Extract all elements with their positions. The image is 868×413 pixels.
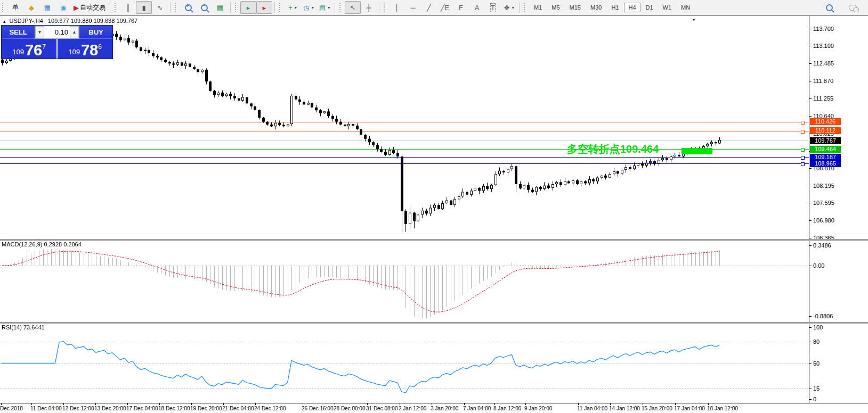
text-button-glyph: A	[475, 4, 480, 12]
buy-price-display[interactable]: 109 78 6	[58, 39, 112, 59]
templates-button[interactable]: ▤▾	[317, 1, 332, 14]
autotrading-button-label: 自动交易	[80, 3, 106, 12]
date-label: 24 Dec 12:00	[254, 406, 286, 411]
date-label: 31 Dec 08:00	[366, 406, 398, 411]
signals-icon[interactable]: ◉	[55, 1, 71, 14]
indicators-button-dropdown-arrow[interactable]: ▾	[295, 5, 297, 10]
chart-ohlc-values: 109.677 109.880 109.638 109.767	[48, 18, 137, 24]
collapse-panel-arrow-icon[interactable]: ▴	[3, 19, 6, 24]
periods-button[interactable]: ◷▾	[301, 1, 317, 14]
timeframe-button-m30[interactable]: M30	[586, 3, 606, 12]
timeframe-button-d1[interactable]: D1	[642, 3, 658, 12]
templates-button-glyph: ▤	[319, 4, 326, 12]
buy-button[interactable]: BUY	[79, 26, 112, 39]
timeframe-button-m5[interactable]: M5	[547, 3, 564, 12]
horizontal-line-button[interactable]: ─	[405, 1, 421, 14]
date-label: 15 Jan 20:00	[642, 406, 672, 411]
chart-window[interactable]: ▴ USDJPY-,H4 109.677 109.880 109.638 109…	[0, 15, 868, 413]
sell-price-prefix: 109	[12, 48, 24, 56]
rsi-tick-15: 15	[813, 385, 820, 392]
chart-dropdown-arrow-icon[interactable]: ▾	[693, 17, 695, 22]
one-click-trading-panel: SELL ▼ ▲ BUY 109 76 7 109 78 6	[1, 25, 113, 59]
timeframe-button-h1[interactable]: H1	[607, 3, 623, 12]
auto-scroll-button[interactable]: ▸	[240, 1, 256, 14]
market-watch-icon-glyph: ▦	[44, 4, 51, 12]
time-axis[interactable]: Dec 201811 Dec 04:0012 Dec 12:0013 Dec 2…	[0, 403, 868, 413]
zoom-in-button[interactable]: +	[180, 1, 196, 14]
timeframe-button-m1[interactable]: M1	[530, 3, 546, 12]
macd-rsi-separator[interactable]	[0, 322, 868, 324]
trendline-button-glyph: ╱	[427, 4, 431, 12]
chart-shift-button[interactable]: ▸	[256, 1, 272, 14]
zoom-out-button[interactable]: –	[196, 1, 212, 14]
price-axis[interactable]: 113.700113.100112.485111.870111.255110.6…	[809, 16, 868, 403]
pivot-annotation-text[interactable]: 多空转折点109.464	[567, 142, 659, 156]
volume-stepper: ▼ ▲	[35, 26, 79, 39]
date-label: 17 Dec 04:00	[126, 406, 158, 411]
rsi-indicator-label: RSI(14) 73.6441	[2, 324, 45, 331]
chat-icon[interactable]	[845, 1, 861, 14]
price-tick-113.100: 113.100	[813, 43, 834, 49]
line-chart-button[interactable]: ∿	[152, 1, 168, 14]
arrows-button[interactable]: ❖▾	[501, 1, 517, 14]
price-chart-canvas[interactable]	[0, 1, 809, 413]
sell-price-big: 76	[25, 43, 42, 57]
profile-icon[interactable]: ◆	[23, 1, 39, 14]
horizontal-line-button-glyph: ─	[410, 4, 415, 12]
price-tick-108.195: 108.195	[813, 183, 834, 189]
equidistant-channel-button[interactable]: ╱E	[437, 1, 453, 14]
equidistant-channel-button-glyph: ╱E	[441, 4, 450, 12]
volume-input[interactable]	[44, 26, 70, 38]
crosshair-button[interactable]: ┼	[361, 1, 377, 14]
macd-tick--0.8806: -0.8806	[813, 313, 833, 319]
fibonacci-button[interactable]: F	[453, 1, 469, 14]
zoom-out-button-glyph: –	[201, 4, 208, 11]
sell-button[interactable]: SELL	[2, 26, 35, 39]
toolbar: 单◆▦◉▶自动交易║▮∿+–▦▸▸+▾◷▾▤▾↖┼│─╱╱EFAT❖▾M1M5M…	[0, 0, 868, 15]
rsi-tick-100: 100	[813, 324, 823, 331]
candlestick-chart-button[interactable]: ▮	[136, 1, 152, 14]
timeframe-button-mn[interactable]: MN	[677, 3, 694, 12]
main-macd-separator[interactable]	[0, 239, 868, 241]
templates-button-dropdown-arrow[interactable]: ▾	[328, 5, 330, 10]
tile-windows-button[interactable]: ▦	[212, 1, 228, 14]
fibonacci-button-glyph: F	[459, 4, 463, 12]
new-order-button[interactable]: 单	[7, 1, 23, 14]
text-button[interactable]: A	[469, 1, 485, 14]
cursor-button-glyph: ↖	[350, 4, 356, 12]
support-2-price-badge: 108.965	[810, 160, 841, 167]
vertical-line-button[interactable]: │	[389, 1, 405, 14]
text-label-button[interactable]: T	[485, 1, 501, 14]
volume-increase-button[interactable]: ▲	[70, 26, 79, 38]
chart-shift-button-glyph: ▸	[263, 4, 266, 12]
bar-chart-button-glyph: ║	[125, 4, 130, 12]
trendline-button[interactable]: ╱	[421, 1, 437, 14]
macd-tick-0.00: 0.00	[813, 262, 824, 269]
toolbar-grip	[2, 3, 6, 12]
toolbar-separator	[379, 2, 379, 13]
indicators-button[interactable]: +▾	[285, 1, 301, 14]
price-tick-106.980: 106.980	[813, 217, 834, 224]
search-icon[interactable]	[821, 1, 837, 14]
periods-button-dropdown-arrow[interactable]: ▾	[312, 5, 314, 10]
price-tick-112.485: 112.485	[813, 60, 834, 67]
date-label: 21 Dec 04:00	[222, 406, 254, 411]
timeframe-button-m15[interactable]: M15	[565, 3, 585, 12]
bar-chart-button[interactable]: ║	[120, 1, 136, 14]
date-label: Dec 2018	[0, 406, 23, 411]
macd-indicator-label: MACD(12,26,9) 0.2928 0.2064	[2, 241, 82, 247]
autotrading-button[interactable]: ▶自动交易	[71, 1, 108, 14]
market-watch-icon[interactable]: ▦	[39, 1, 55, 14]
cursor-button[interactable]: ↖	[345, 1, 361, 14]
volume-decrease-button[interactable]: ▼	[35, 26, 44, 38]
date-label: 19 Dec 20:00	[190, 406, 222, 411]
timeframe-button-w1[interactable]: W1	[659, 3, 676, 12]
timeframe-button-h4[interactable]: H4	[624, 3, 640, 12]
date-label: 26 Dec 16:00	[302, 406, 334, 411]
date-label: 17 Jan 04:00	[674, 406, 705, 411]
sell-price-display[interactable]: 109 76 7	[2, 39, 58, 59]
arrows-button-dropdown-arrow[interactable]: ▾	[512, 5, 514, 10]
resistance-2-price-badge: 110.112	[810, 127, 841, 134]
signals-icon-glyph: ◉	[60, 4, 66, 12]
pivot-highlight-rectangle[interactable]	[682, 148, 712, 154]
